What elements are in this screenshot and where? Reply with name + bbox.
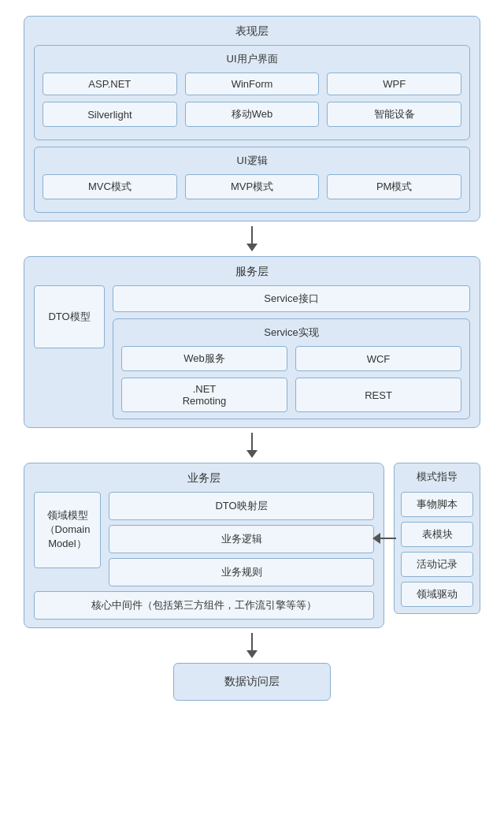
domain-model-box: 领域模型（Domain Model） [34, 492, 101, 568]
chip-active-record: 活动记录 [401, 552, 473, 577]
arrow-left-head [372, 533, 380, 544]
presentation-layer: 表现层 UI用户界面 ASP.NET WinForm WPF Silverlig… [24, 16, 480, 221]
business-row: 业务层 领域模型（Domain Model） DTO映射层 业务逻辑 业务规则 … [24, 463, 480, 628]
chip-winform: WinForm [185, 73, 320, 95]
service-interface-chip: Service接口 [113, 285, 470, 312]
chip-mvc: MVC模式 [43, 174, 177, 199]
business-rules-chip: 业务规则 [109, 558, 374, 586]
arrow-head-1 [246, 244, 258, 251]
arrow-service-to-business [246, 433, 258, 458]
business-right: DTO映射层 业务逻辑 业务规则 [109, 492, 374, 586]
chip-rest: REST [295, 378, 461, 412]
ui-logic-title: UI逻辑 [43, 154, 461, 168]
core-middleware-chip: 核心中间件（包括第三方组件，工作流引擎等等） [34, 591, 374, 620]
arrow-line-3 [251, 633, 253, 650]
business-inner-row: 领域模型（Domain Model） DTO映射层 业务逻辑 业务规则 [34, 492, 374, 586]
chip-mobileweb: 移动Web [185, 102, 320, 127]
ui-interface-title: UI用户界面 [43, 52, 461, 66]
ui-row-1: ASP.NET WinForm WPF [43, 73, 461, 95]
data-access-layer: 数据访问层 [173, 663, 331, 701]
ui-logic-box: UI逻辑 MVC模式 MVP模式 PM模式 [34, 147, 470, 213]
pattern-panel: 模式指导 事物脚本 表模块 活动记录 领域驱动 [394, 463, 480, 614]
service-title: 服务层 [34, 265, 470, 279]
presentation-title: 表现层 [34, 24, 470, 39]
arrow-pres-to-service [246, 226, 258, 251]
chip-domain-driven: 领域驱动 [401, 582, 473, 607]
chip-table-module: 表模块 [401, 522, 473, 547]
arrow-business-to-data [246, 633, 258, 658]
arrow-left-connector [372, 533, 396, 544]
chip-webservice: Web服务 [121, 346, 287, 371]
chip-mvp: MVP模式 [185, 174, 320, 199]
business-title: 业务层 [34, 471, 374, 486]
chip-silverlight: Silverlight [43, 102, 177, 127]
service-impl-title: Service实现 [121, 326, 461, 340]
arrow-head-2 [246, 450, 258, 458]
chip-aspnet: ASP.NET [43, 73, 177, 95]
chip-wpf: WPF [327, 73, 461, 95]
dto-model-box: DTO模型 [34, 285, 105, 348]
arrow-head-3 [246, 650, 258, 658]
pattern-panel-title: 模式指导 [401, 470, 473, 484]
chip-pm: PM模式 [327, 174, 461, 199]
chip-dotnet-remoting: .NET Remoting [121, 378, 287, 412]
service-impl-row2: .NET Remoting REST [121, 378, 461, 412]
business-logic-chip: 业务逻辑 [109, 525, 374, 553]
business-layer: 业务层 领域模型（Domain Model） DTO映射层 业务逻辑 业务规则 … [24, 463, 384, 628]
chip-smartdevice: 智能设备 [327, 102, 461, 127]
ui-logic-row: MVC模式 MVP模式 PM模式 [43, 174, 461, 199]
service-layer: 服务层 DTO模型 Service接口 Service实现 Web服务 WCF … [24, 256, 480, 428]
chip-wcf: WCF [295, 346, 461, 371]
service-inner-row: DTO模型 Service接口 Service实现 Web服务 WCF .NET… [34, 285, 470, 419]
dto-mapping-chip: DTO映射层 [109, 492, 374, 520]
service-impl-box: Service实现 Web服务 WCF .NET Remoting REST [113, 318, 470, 419]
ui-interface-box: UI用户界面 ASP.NET WinForm WPF Silverlight 移… [34, 45, 470, 140]
service-impl-row1: Web服务 WCF [121, 346, 461, 371]
arrow-left-line [380, 538, 396, 539]
ui-row-2: Silverlight 移动Web 智能设备 [43, 102, 461, 127]
chip-event-script: 事物脚本 [401, 492, 473, 517]
arrow-line-2 [251, 433, 253, 450]
service-right: Service接口 Service实现 Web服务 WCF .NET Remot… [113, 285, 470, 419]
arrow-line-1 [251, 226, 253, 244]
